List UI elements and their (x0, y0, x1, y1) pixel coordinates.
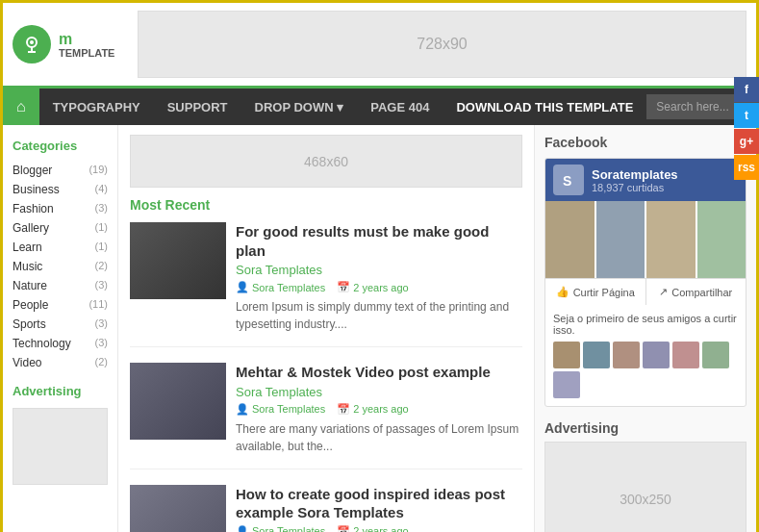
svg-point-3 (30, 40, 34, 44)
nav-download[interactable]: DOWNLOAD THIS TEMPLATE (443, 90, 646, 124)
post-subtitle: Sora Templates (236, 385, 522, 399)
fb-friends-text: Seja o primeiro de seus amigos a curtir … (553, 313, 738, 336)
post-info: Mehtar & Mostek Video post example Sora … (236, 363, 522, 455)
post-meta: 👤 Sora Templates 📅 2 years ago (236, 403, 522, 416)
post-subtitle: Sora Templates (236, 263, 522, 277)
social-icons-bar: f t g+ rss (734, 77, 759, 180)
nav-home-button[interactable]: ⌂ (3, 89, 39, 125)
sidebar-item-fashion[interactable]: Fashion (3) (13, 199, 108, 218)
fb-like-icon: 👍 (556, 286, 569, 298)
post-title[interactable]: How to create good inspired ideas post e… (236, 485, 522, 522)
post-excerpt: There are many variations of passages of… (236, 420, 522, 455)
post-info: How to create good inspired ideas post e… (236, 485, 522, 533)
logo-icon (13, 25, 51, 63)
svg-text:S: S (563, 173, 571, 189)
person-icon: 👤 (236, 281, 249, 293)
fb-grid-cell (697, 201, 746, 278)
fb-grid-cell (596, 201, 645, 278)
person-icon: 👤 (236, 403, 249, 416)
calendar-icon: 📅 (337, 281, 350, 293)
fb-grid-cell (646, 201, 696, 278)
content-ad-banner: 468x60 (130, 135, 522, 188)
post-date: 📅 2 years ago (337, 281, 408, 293)
sidebar-item-music[interactable]: Music (2) (13, 257, 108, 276)
post-info: For good results must be make good plan … (236, 222, 522, 333)
most-recent-label: Most Recent (130, 197, 522, 213)
logo-text: m TEMPLATE (59, 31, 114, 59)
facebook-widget: S Soratemplates 18,937 curtidas 👍 Curtir… (544, 158, 746, 407)
post-meta: 👤 Sora Templates 📅 2 years ago (236, 281, 522, 293)
sidebar-ad (13, 408, 108, 485)
facebook-section-title: Facebook (544, 135, 746, 150)
post-meta: 👤 Sora Templates 📅 2 years ago (236, 525, 522, 533)
post-thumbnail (130, 222, 226, 299)
post-date: 📅 2 years ago (337, 525, 408, 533)
post-author: 👤 Sora Templates (236, 403, 325, 416)
fb-actions: 👍 Curtir Página ↗ Compartilhar (545, 278, 746, 305)
navigation: ⌂ TYPOGRAPHY SUPPORT DROP DOWN ▾ PAGE 40… (3, 89, 756, 125)
advertising-title: Advertising (544, 420, 746, 436)
post-title[interactable]: For good results must be make good plan (236, 222, 522, 260)
nav-support[interactable]: SUPPORT (154, 90, 241, 124)
calendar-icon: 📅 (337, 525, 350, 533)
fb-friends: Seja o primeiro de seus amigos a curtir … (545, 305, 746, 406)
right-panel: Facebook S Soratemplates 18,937 curtidas (535, 125, 756, 532)
fb-page-name: Soratemplates (592, 167, 678, 182)
facebook-social-button[interactable]: f (734, 77, 759, 102)
rss-social-button[interactable]: rss (734, 155, 759, 180)
googleplus-social-button[interactable]: g+ (734, 129, 759, 154)
fb-friends-avatars (553, 342, 738, 398)
avatar (702, 342, 729, 368)
fb-grid-cell (545, 201, 595, 278)
content-area: 468x60 Most Recent For good results must… (118, 125, 535, 532)
nav-page404[interactable]: PAGE 404 (357, 90, 443, 124)
avatar (672, 342, 699, 368)
post-author: 👤 Sora Templates (236, 281, 325, 293)
header: m TEMPLATE 728x90 (3, 3, 756, 89)
main-layout: Categories Blogger (19) Business (4) Fas… (3, 125, 756, 532)
logo: m TEMPLATE (13, 25, 128, 63)
fb-image-grid (545, 201, 746, 278)
avatar (553, 342, 580, 368)
sidebar-item-sports[interactable]: Sports (3) (13, 315, 108, 334)
sidebar-item-technology[interactable]: Technology (3) (13, 334, 108, 353)
post-date: 📅 2 years ago (337, 403, 408, 416)
fb-compartilhar-button[interactable]: ↗ Compartilhar (646, 279, 746, 305)
header-ad-banner: 728x90 (138, 11, 746, 78)
avatar (643, 342, 670, 368)
categories-title: Categories (13, 139, 108, 153)
post-title[interactable]: Mehtar & Mostek Video post example (236, 363, 522, 382)
avatar (583, 342, 610, 368)
person-icon: 👤 (236, 525, 249, 533)
sidebar-item-people[interactable]: People (11) (13, 295, 108, 315)
fb-page-likes: 18,937 curtidas (592, 182, 678, 193)
post-author: 👤 Sora Templates (236, 525, 325, 533)
twitter-social-button[interactable]: t (734, 103, 759, 128)
post-item: ancollins.com How to create good inspire… (130, 485, 522, 533)
sidebar-item-video[interactable]: Video (2) (13, 353, 108, 372)
avatar (613, 342, 640, 368)
fb-header: S Soratemplates 18,937 curtidas (545, 159, 746, 201)
sidebar-item-business[interactable]: Business (4) (13, 180, 108, 199)
fb-share-icon: ↗ (659, 286, 668, 298)
sidebar-item-learn[interactable]: Learn (1) (13, 238, 108, 257)
sidebar-item-gallery[interactable]: Gallery (1) (13, 218, 108, 238)
calendar-icon: 📅 (337, 403, 350, 416)
avatar (553, 371, 580, 398)
nav-dropdown[interactable]: DROP DOWN ▾ (241, 90, 358, 124)
post-item: Mehtar & Mostek Video post example Sora … (130, 363, 522, 469)
post-excerpt: Lorem Ipsum is simply dummy text of the … (236, 298, 522, 333)
post-thumbnail: ancollins.com (130, 485, 226, 533)
fb-curtir-button[interactable]: 👍 Curtir Página (545, 279, 646, 305)
sidebar-item-blogger[interactable]: Blogger (19) (13, 161, 108, 180)
nav-typography[interactable]: TYPOGRAPHY (39, 90, 154, 124)
sidebar-advertising-title: Advertising (13, 384, 108, 398)
post-item: For good results must be make good plan … (130, 222, 522, 347)
fb-logo-box: S (553, 165, 584, 195)
sidebar: Categories Blogger (19) Business (4) Fas… (3, 125, 118, 532)
right-ad-banner: 300x250 (544, 442, 746, 532)
post-thumbnail (130, 363, 226, 440)
sidebar-item-nature[interactable]: Nature (3) (13, 276, 108, 295)
fb-page-info: Soratemplates 18,937 curtidas (592, 167, 678, 193)
